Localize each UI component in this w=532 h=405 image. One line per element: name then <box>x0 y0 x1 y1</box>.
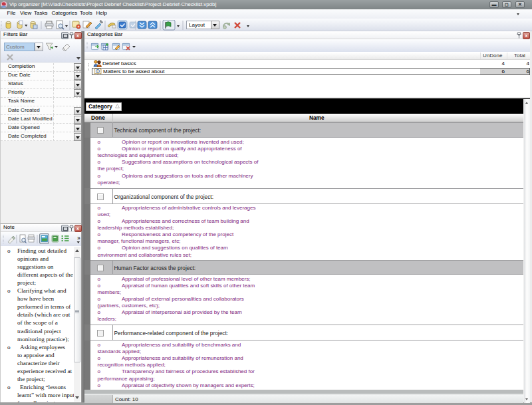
svg-text:»: » <box>77 235 80 241</box>
